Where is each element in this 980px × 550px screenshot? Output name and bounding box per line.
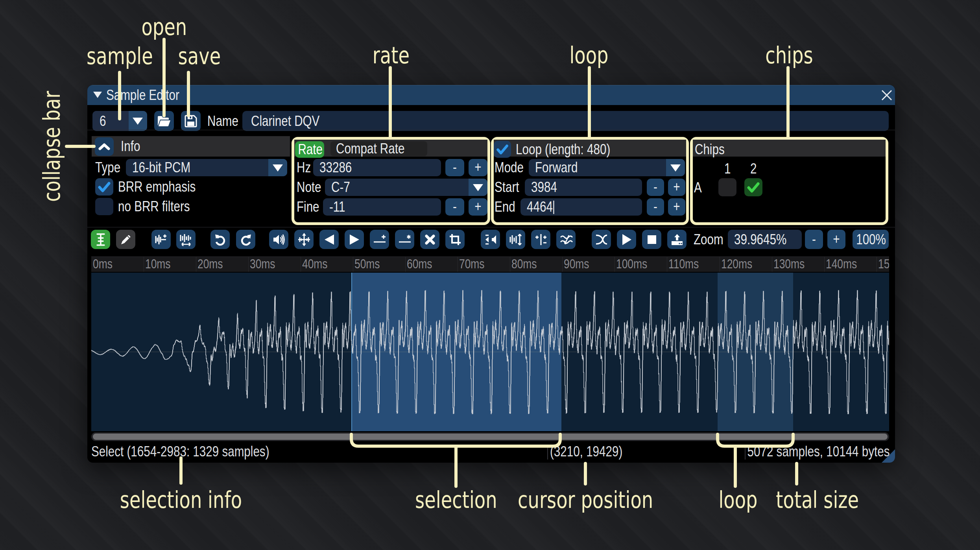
desktop-background: Sample Editor 6 bbox=[0, 0, 980, 550]
waveform-display[interactable] bbox=[91, 273, 889, 431]
waveform-path bbox=[91, 273, 889, 431]
